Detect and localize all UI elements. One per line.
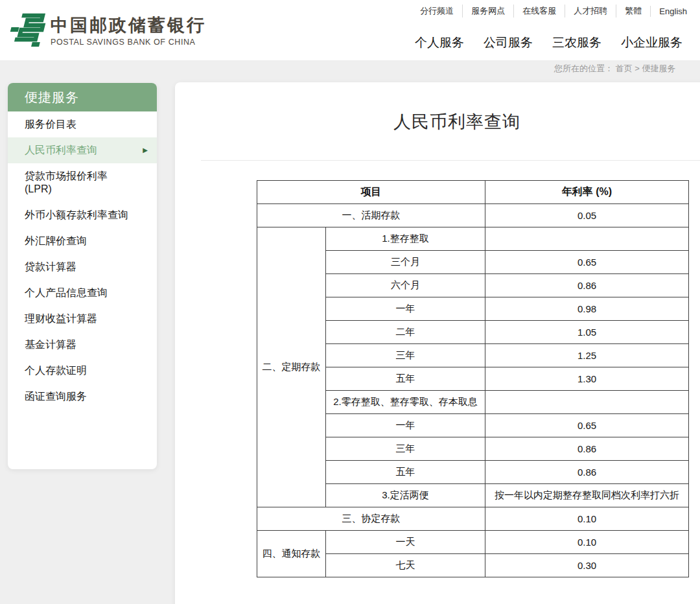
breadcrumb-section-link[interactable]: 便捷服务 — [642, 64, 675, 73]
brand-name-en: POSTAL SAVINGS BANK OF CHINA — [51, 38, 206, 47]
table-cell: 四、通知存款 — [257, 531, 326, 577]
sidebar-item-8[interactable]: 基金计算器 — [8, 332, 157, 358]
table-cell: 0.30 — [485, 554, 689, 577]
sidebar-item-4[interactable]: 外汇牌价查询 — [8, 228, 157, 254]
site-header: 中国邮政储蓄银行 POSTAL SAVINGS BANK OF CHINA 分行… — [0, 0, 700, 60]
utility-nav-item-5[interactable]: English — [650, 6, 690, 17]
table-cell: 一年 — [326, 414, 485, 437]
table-cell: 0.10 — [485, 507, 689, 531]
utility-nav-item-0[interactable]: 分行频道 — [412, 5, 462, 17]
sidebar-item-6[interactable]: 个人产品信息查询 — [8, 280, 157, 306]
sidebar: 便捷服务 服务价目表人民币利率查询▶贷款市场报价利率 (LPR)外币小额存款利率… — [8, 83, 157, 469]
table-cell: 2.零存整取、整存零取、存本取息 — [326, 391, 485, 414]
sidebar-item-5[interactable]: 贷款计算器 — [8, 254, 157, 280]
sidebar-item-0[interactable]: 服务价目表 — [8, 111, 157, 137]
table-cell: 0.05 — [485, 204, 689, 227]
sidebar-title: 便捷服务 — [8, 83, 157, 111]
breadcrumb-label: 您所在的位置： — [554, 64, 613, 73]
table-cell: 三个月 — [326, 251, 485, 274]
utility-nav: 分行频道服务网点在线客服人才招聘繁體English — [412, 5, 690, 17]
main-nav-item-2[interactable]: 三农服务 — [542, 32, 611, 54]
table-header-cell: 项目 — [257, 181, 485, 204]
table-header-cell: 年利率 (%) — [485, 181, 689, 204]
table-row-2: 二、定期存款1.整存整取 — [257, 227, 689, 251]
breadcrumb-separator: > — [635, 64, 640, 73]
brand-name-cn: 中国邮政储蓄银行 — [51, 15, 206, 36]
table-cell: 3.定活两便 — [326, 484, 485, 507]
main-content-card: 人民币利率查询 项目年利率 (%)一、活期存款0.05二、定期存款1.整存整取三… — [175, 82, 700, 604]
table-row-1: 一、活期存款0.05 — [257, 204, 689, 227]
utility-nav-item-4[interactable]: 繁體 — [616, 5, 650, 17]
main-nav-item-3[interactable]: 小企业服务 — [611, 32, 692, 54]
rmb-rate-table: 项目年利率 (%)一、活期存款0.05二、定期存款1.整存整取三个月0.65六个… — [257, 180, 689, 577]
bank-logo[interactable]: 中国邮政储蓄银行 POSTAL SAVINGS BANK OF CHINA — [6, 10, 206, 51]
breadcrumb: 您所在的位置： 首页 > 便捷服务 — [554, 63, 675, 75]
table-cell: 0.65 — [485, 251, 689, 274]
table-row-0: 项目年利率 (%) — [257, 181, 689, 204]
table-cell: 0.98 — [485, 297, 689, 321]
table-cell: 一天 — [326, 531, 485, 554]
table-cell: 二年 — [326, 321, 485, 344]
table-cell: 五年 — [326, 367, 485, 391]
table-cell: 0.86 — [485, 437, 689, 461]
table-cell: 六个月 — [326, 274, 485, 297]
utility-nav-item-3[interactable]: 人才招聘 — [565, 5, 616, 17]
table-cell: 五年 — [326, 461, 485, 484]
table-cell: 二、定期存款 — [257, 227, 326, 507]
sidebar-item-10[interactable]: 函证查询服务 — [8, 384, 157, 410]
page-title: 人民币利率查询 — [201, 111, 700, 132]
arrow-right-icon: ▶ — [143, 147, 148, 154]
main-nav-item-0[interactable]: 个人服务 — [405, 32, 474, 54]
sidebar-item-1[interactable]: 人民币利率查询▶ — [8, 137, 157, 163]
main-nav-item-1[interactable]: 公司服务 — [474, 32, 542, 54]
sidebar-item-9[interactable]: 个人存款证明 — [8, 358, 157, 384]
table-cell — [485, 391, 689, 414]
title-divider — [201, 160, 700, 161]
table-cell: 1.整存整取 — [326, 227, 485, 251]
table-cell — [485, 227, 689, 251]
table-cell: 按一年以内定期整存整取同档次利率打六折 — [485, 484, 689, 507]
table-cell: 1.05 — [485, 321, 689, 344]
utility-nav-item-1[interactable]: 服务网点 — [462, 5, 513, 17]
sidebar-menu: 服务价目表人民币利率查询▶贷款市场报价利率 (LPR)外币小额存款利率查询外汇牌… — [8, 111, 157, 410]
table-cell: 三年 — [326, 437, 485, 461]
table-cell: 三年 — [326, 344, 485, 367]
table-cell: 一年 — [326, 297, 485, 321]
sidebar-item-2[interactable]: 贷款市场报价利率 (LPR) — [8, 163, 157, 202]
table-cell: 0.10 — [485, 531, 689, 554]
main-nav: 个人服务公司服务三农服务小企业服务 — [405, 32, 692, 54]
table-cell: 1.30 — [485, 367, 689, 391]
table-cell: 七天 — [326, 554, 485, 577]
table-cell: 0.65 — [485, 414, 689, 437]
table-cell: 0.86 — [485, 274, 689, 297]
table-row-14: 三、协定存款0.10 — [257, 507, 689, 531]
sidebar-item-7[interactable]: 理财收益计算器 — [8, 306, 157, 332]
table-row-15: 四、通知存款一天0.10 — [257, 531, 689, 554]
table-cell: 0.86 — [485, 461, 689, 484]
table-cell: 一、活期存款 — [257, 204, 485, 227]
sidebar-item-3[interactable]: 外币小额存款利率查询 — [8, 202, 157, 228]
breadcrumb-home-link[interactable]: 首页 — [616, 64, 633, 73]
table-cell: 三、协定存款 — [257, 507, 485, 531]
utility-nav-item-2[interactable]: 在线客服 — [513, 5, 565, 17]
table-cell: 1.25 — [485, 344, 689, 367]
psbc-logo-icon — [6, 10, 47, 51]
